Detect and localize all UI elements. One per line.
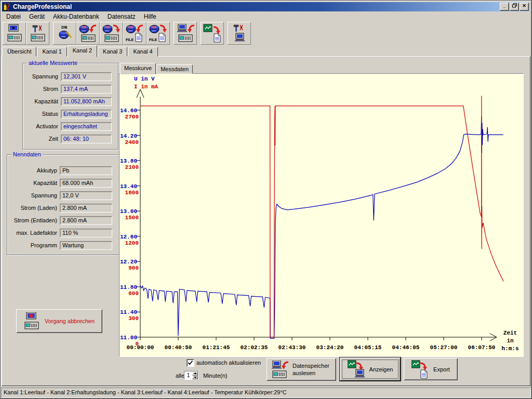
field-label: Kapazität xyxy=(23,98,58,104)
nenndaten-group: Nenndaten AkkutypPb Kapazität68.000 mAh … xyxy=(7,154,121,255)
spannung-field: 12,301 V xyxy=(61,72,112,81)
field-label: Akkutyp xyxy=(7,167,57,174)
svg-text:in: in xyxy=(507,338,513,344)
svg-text:00:40:50: 00:40:50 xyxy=(165,344,192,351)
abort-button-label: Vorgang abbrechen xyxy=(45,318,95,324)
field-label: Status xyxy=(23,111,58,117)
battery-icon xyxy=(3,3,11,11)
minimize-button[interactable]: _ xyxy=(500,3,509,11)
db-arrow-device-icon: DB xyxy=(102,24,122,43)
app-window: ChargeProfessional _ ✕ Datei Gerät Akku-… xyxy=(0,0,532,399)
tab-uebersicht[interactable]: Übersicht xyxy=(2,47,36,57)
window-title: ChargeProfessional xyxy=(13,3,72,10)
restore-icon xyxy=(512,3,517,8)
tab-messkurve[interactable]: Messkurve xyxy=(120,63,156,74)
strom-laden-field: 2.800 mA xyxy=(60,204,112,212)
menu-bar: Datei Gerät Akku-Datenbank Datensatz Hil… xyxy=(2,12,530,21)
svg-text:300: 300 xyxy=(128,315,139,322)
strom-entladen-field: 2.800 mA xyxy=(60,216,112,225)
svg-text:01:21:45: 01:21:45 xyxy=(203,344,230,351)
svg-text:1200: 1200 xyxy=(125,240,139,246)
interval-spinner[interactable]: 1 xyxy=(184,371,198,380)
db-arrow-file-icon: DB FILE xyxy=(149,24,168,43)
show-button-label: Anzeigen xyxy=(369,366,393,373)
menu-datensatz[interactable]: Datensatz xyxy=(103,12,140,21)
menu-akku-datenbank[interactable]: Akku-Datenbank xyxy=(49,12,103,21)
measurement-chart: U in VI in mA14.60270014.20240013.802100… xyxy=(119,74,523,356)
svg-text:04:05:15: 04:05:15 xyxy=(354,344,382,351)
svg-text:DB: DB xyxy=(152,25,156,29)
svg-text:U in V: U in V xyxy=(134,76,155,82)
field-label: Spannung xyxy=(23,73,58,79)
menu-geraet[interactable]: Gerät xyxy=(25,12,49,21)
read-datastore-label: Datenspeicher auslesen xyxy=(292,362,334,377)
chart-arrow-file-icon xyxy=(203,24,222,43)
menu-datei[interactable]: Datei xyxy=(2,12,25,21)
svg-text:FILE: FILE xyxy=(126,38,134,42)
read-device-memory-button[interactable] xyxy=(174,22,197,45)
svg-text:12.20: 12.20 xyxy=(120,259,137,265)
svg-text:13.00: 13.00 xyxy=(120,208,137,215)
interval-suffix-label: Minute(n) xyxy=(203,373,227,379)
auto-update-checkbox[interactable] xyxy=(187,359,194,367)
database-export-file-button[interactable]: DB FILE xyxy=(147,22,170,45)
tab-kanal-2[interactable]: Kanal 2 xyxy=(68,45,97,57)
triangle-down-icon xyxy=(194,377,197,378)
field-label: Programm xyxy=(7,242,57,248)
export-button[interactable]: Export xyxy=(404,358,458,380)
read-datastore-button[interactable]: Datenspeicher auslesen xyxy=(267,358,336,381)
activator-field: eingeschaltet xyxy=(61,122,112,131)
field-label: Strom (Laden) xyxy=(7,205,57,211)
svg-text:02:02:35: 02:02:35 xyxy=(241,344,268,351)
abort-process-button[interactable]: Vorgang abbrechen xyxy=(16,309,102,333)
field-label: Spannung xyxy=(7,192,57,198)
messwerte-title: aktuelle Messwerte xyxy=(27,60,79,66)
messwerte-group: aktuelle Messwerte Spannung12,301 V Stro… xyxy=(22,63,118,150)
device-to-database-button[interactable]: DB xyxy=(100,22,123,45)
show-button[interactable]: Anzeigen xyxy=(340,357,401,381)
svg-text:11.80: 11.80 xyxy=(120,284,137,290)
triangle-up-icon xyxy=(194,373,197,374)
spinner-down-button[interactable] xyxy=(192,376,198,380)
device-settings-button[interactable] xyxy=(26,22,49,45)
computer-arrow-device-icon xyxy=(271,361,289,378)
svg-text:00:00:00: 00:00:00 xyxy=(127,344,154,351)
database-to-device-button[interactable]: DB xyxy=(76,22,100,45)
field-label: max. Ladefaktor xyxy=(7,230,57,236)
start-measurement-button[interactable] xyxy=(3,22,26,45)
nenndaten-title: Nenndaten xyxy=(11,151,43,157)
view-tab-bar: Messkurve Messdaten xyxy=(120,63,193,74)
svg-text:11.00: 11.00 xyxy=(120,335,137,341)
db-arrow-file-icon: DB FILE xyxy=(125,24,145,43)
title-bar[interactable]: ChargeProfessional _ ✕ xyxy=(2,2,530,11)
strom-field: 137,4 mA xyxy=(61,85,112,94)
akku-database-button[interactable]: DB xyxy=(53,22,76,45)
svg-text:13.40: 13.40 xyxy=(120,183,137,190)
status-bar: Kanal 1:Leerlauf - Kanal 2:Erhaltungslad… xyxy=(1,388,531,398)
auto-update-label: automatisch aktualisieren xyxy=(196,360,261,366)
tab-kanal-3[interactable]: Kanal 3 xyxy=(98,47,127,57)
menu-hilfe[interactable]: Hilfe xyxy=(140,12,161,21)
svg-text:2100: 2100 xyxy=(125,164,139,170)
nenn-kapazitaet-field: 68.000 mAh xyxy=(60,179,112,188)
tab-kanal-4[interactable]: Kanal 4 xyxy=(128,47,157,57)
db-arrow-device-icon: DB xyxy=(78,24,98,43)
svg-text:I in mA: I in mA xyxy=(134,84,158,90)
svg-text:12.60: 12.60 xyxy=(120,234,137,240)
spinner-up-button[interactable] xyxy=(192,371,198,376)
interval-value[interactable]: 1 xyxy=(184,371,192,379)
close-button[interactable]: ✕ xyxy=(520,3,529,11)
tab-kanal-1[interactable]: Kanal 1 xyxy=(37,47,66,57)
chart-arrow-file-icon xyxy=(411,360,430,379)
svg-text:DB: DB xyxy=(128,25,133,29)
monitor-stop-device-icon xyxy=(24,312,41,330)
database-import-file-button[interactable]: DB FILE xyxy=(123,22,147,45)
chart-to-file-button[interactable] xyxy=(201,22,224,45)
restore-button[interactable] xyxy=(510,3,519,11)
svg-text:600: 600 xyxy=(128,290,139,297)
tab-messdaten[interactable]: Messdaten xyxy=(156,64,193,74)
service-button[interactable] xyxy=(228,22,251,45)
kapazitaet-field: 11.052,800 mAh xyxy=(61,97,112,106)
status-field: Erhaltungsladung xyxy=(61,110,112,118)
svg-text:1500: 1500 xyxy=(125,215,139,221)
